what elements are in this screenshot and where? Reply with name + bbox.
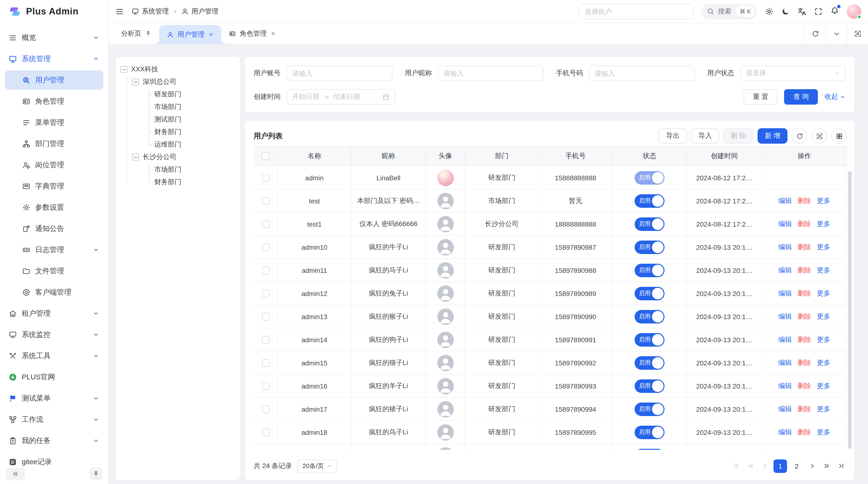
- sidebar-item-工作流[interactable]: 工作流: [5, 410, 103, 429]
- row-checkbox[interactable]: [262, 428, 270, 436]
- sidebar-item-参数设置[interactable]: 参数设置: [5, 198, 103, 217]
- jump-back-button[interactable]: [745, 460, 756, 472]
- delete-button[interactable]: 删 除: [723, 128, 753, 144]
- table-refresh-button[interactable]: [792, 128, 807, 144]
- edit-link[interactable]: 编辑: [778, 220, 792, 228]
- jump-forward-button[interactable]: [821, 460, 832, 472]
- row-checkbox[interactable]: [262, 243, 270, 251]
- edit-link[interactable]: 编辑: [778, 428, 792, 437]
- last-page-button[interactable]: [835, 460, 847, 472]
- status-toggle[interactable]: 启用: [634, 217, 664, 231]
- tree-expand-box[interactable]: [132, 154, 139, 161]
- sidebar-item-测试菜单[interactable]: 测试菜单: [5, 389, 103, 408]
- more-link[interactable]: 更多: [817, 220, 830, 228]
- import-button[interactable]: 导入: [691, 128, 719, 144]
- tree-node-市场部门[interactable]: 市场部门: [132, 163, 235, 176]
- delete-link[interactable]: 删除: [798, 289, 811, 298]
- fullscreen-icon[interactable]: [814, 7, 823, 16]
- status-toggle[interactable]: 启用: [634, 287, 664, 300]
- tree-node-深圳总公司[interactable]: 深圳总公司: [132, 76, 235, 88]
- delete-link[interactable]: 删除: [798, 428, 811, 437]
- tab-用户管理[interactable]: 用户管理: [159, 25, 221, 44]
- query-button[interactable]: 查 询: [784, 89, 818, 105]
- dark-mode-moon-icon[interactable]: [781, 7, 790, 16]
- filter-input[interactable]: [595, 69, 689, 77]
- sidebar-item-租户管理[interactable]: 租户管理: [5, 304, 103, 323]
- status-toggle[interactable]: 启用: [634, 402, 664, 416]
- tree-expand-box[interactable]: [121, 66, 127, 73]
- edit-link[interactable]: 编辑: [778, 289, 792, 298]
- row-checkbox[interactable]: [262, 197, 270, 205]
- hamburger-menu-icon[interactable]: [115, 7, 124, 16]
- settings-gear-icon[interactable]: [765, 7, 774, 16]
- tree-node-长沙分公司[interactable]: 长沙分公司: [132, 151, 235, 163]
- status-toggle[interactable]: 启用: [634, 194, 664, 207]
- select-all-checkbox[interactable]: [262, 152, 270, 160]
- tree-node-财务部门[interactable]: 财务部门: [132, 126, 235, 138]
- delete-link[interactable]: 删除: [798, 220, 811, 228]
- tenant-select-input[interactable]: [579, 4, 693, 19]
- row-checkbox[interactable]: [262, 313, 270, 320]
- collapse-filters-link[interactable]: 收起: [825, 93, 846, 101]
- tab-角色管理[interactable]: 角色管理: [221, 23, 283, 44]
- status-toggle[interactable]: 启用: [634, 240, 664, 254]
- delete-link[interactable]: 删除: [798, 196, 811, 205]
- tree-node-运维部门[interactable]: 运维部门: [132, 138, 235, 151]
- filter-input[interactable]: [443, 69, 538, 77]
- status-toggle[interactable]: 启用: [634, 171, 664, 184]
- next-page-button[interactable]: [806, 460, 818, 472]
- breadcrumb-item-系统管理[interactable]: 系统管理: [132, 7, 169, 16]
- notification-bell[interactable]: [830, 6, 839, 17]
- text-input[interactable]: [438, 66, 544, 81]
- edit-link[interactable]: 编辑: [778, 312, 792, 321]
- sidebar-item-系统管理[interactable]: 系统管理: [5, 49, 103, 68]
- sidebar-pin-button[interactable]: [90, 467, 102, 480]
- sidebar-item-日志管理[interactable]: 日志管理: [5, 240, 103, 259]
- edit-link[interactable]: 编辑: [778, 405, 792, 413]
- edit-link[interactable]: 编辑: [778, 196, 792, 205]
- sidebar-item-菜单管理[interactable]: 菜单管理: [5, 113, 103, 132]
- table-fullscreen-button[interactable]: [812, 128, 827, 144]
- language-translate-icon[interactable]: [798, 7, 806, 16]
- status-toggle[interactable]: 启用: [634, 263, 664, 277]
- sidebar-item-概览[interactable]: 概览: [5, 28, 103, 47]
- tree-node-财务部门[interactable]: 财务部门: [132, 176, 235, 189]
- row-checkbox[interactable]: [262, 382, 270, 390]
- text-input[interactable]: [589, 66, 695, 81]
- tree-node-XXX科技[interactable]: XXX科技: [121, 63, 235, 76]
- reset-button[interactable]: 重 置: [744, 89, 777, 105]
- edit-link[interactable]: 编辑: [778, 335, 792, 344]
- edit-link[interactable]: 编辑: [778, 382, 792, 390]
- status-select[interactable]: 请选择: [740, 66, 846, 81]
- status-toggle[interactable]: 启用: [634, 356, 664, 369]
- text-input[interactable]: [286, 66, 392, 81]
- row-checkbox[interactable]: [262, 289, 270, 297]
- more-link[interactable]: 更多: [817, 405, 830, 413]
- export-button[interactable]: 导出: [659, 128, 687, 144]
- row-checkbox[interactable]: [262, 359, 270, 366]
- filter-input[interactable]: [292, 69, 386, 77]
- delete-link[interactable]: 删除: [798, 382, 811, 390]
- page-number-2[interactable]: 2: [790, 459, 803, 473]
- table-scrollbar[interactable]: [848, 171, 851, 449]
- delete-link[interactable]: 删除: [798, 405, 811, 413]
- close-icon[interactable]: [208, 32, 214, 37]
- more-link[interactable]: 更多: [817, 289, 830, 298]
- sidebar-item-通知公告[interactable]: 通知公告: [5, 219, 103, 238]
- more-link[interactable]: 更多: [817, 382, 830, 390]
- sidebar-item-字典管理[interactable]: 字典管理: [5, 176, 103, 196]
- edit-link[interactable]: 编辑: [778, 358, 792, 367]
- sidebar-item-岗位管理[interactable]: 岗位管理: [5, 155, 103, 174]
- date-range-input[interactable]: 开始日期 结束日期: [286, 89, 396, 105]
- status-toggle[interactable]: 启用: [634, 310, 664, 323]
- status-toggle[interactable]: 启用: [634, 425, 664, 439]
- delete-link[interactable]: 删除: [798, 312, 811, 321]
- page-number-1[interactable]: 1: [774, 459, 787, 473]
- sidebar-item-部门管理[interactable]: 部门管理: [5, 134, 103, 153]
- global-search[interactable]: 搜索 ⌘ K: [701, 4, 757, 19]
- add-button[interactable]: 新 增: [757, 128, 787, 144]
- row-checkbox[interactable]: [262, 174, 270, 182]
- delete-link[interactable]: 删除: [798, 358, 811, 367]
- more-link[interactable]: 更多: [817, 266, 830, 275]
- prev-page-button[interactable]: [759, 460, 771, 472]
